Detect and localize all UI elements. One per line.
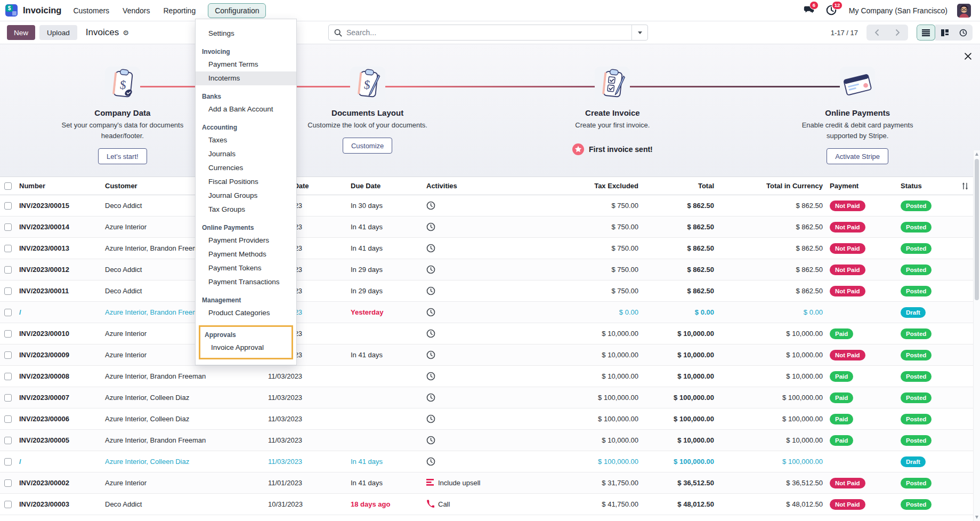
invoicing-app-icon[interactable]: $ [5, 4, 18, 17]
activity-clock-icon[interactable] [426, 457, 435, 466]
menu-item-journal-groups[interactable]: Journal Groups [196, 189, 296, 203]
kanban-view-button[interactable] [935, 25, 954, 41]
column-header-number[interactable]: Number [16, 182, 101, 190]
invoice-row-draft-12[interactable]: /Azure Interior, Colleen Diaz11/03/2023I… [0, 451, 980, 472]
activity-view-button[interactable] [954, 25, 973, 41]
nav-item-reporting[interactable]: Reporting [162, 4, 197, 18]
nav-item-customers[interactable]: Customers [72, 4, 110, 18]
nav-item-vendors[interactable]: Vendors [122, 4, 151, 18]
row-checkbox[interactable] [4, 373, 12, 380]
activity-clock-icon[interactable] [426, 201, 435, 210]
activity-upsell-icon[interactable] [426, 479, 434, 487]
documents-layout-button[interactable]: Customize [343, 138, 392, 154]
menu-item-settings[interactable]: Settings [196, 27, 296, 41]
activity-clock-icon[interactable] [426, 308, 435, 317]
invoice-row-inv-2023-00014[interactable]: INV/2023/00014Azure Interior11/03/2023In… [0, 217, 980, 238]
row-checkbox[interactable] [4, 479, 12, 487]
row-checkbox[interactable] [4, 415, 12, 423]
menu-item-journals[interactable]: Journals [196, 147, 296, 161]
invoice-row-inv-2023-00009[interactable]: INV/2023/00009Azure Interior11/03/2023In… [0, 344, 980, 366]
activity-clock-icon[interactable] [426, 265, 435, 274]
invoice-row-inv-2023-00011[interactable]: INV/2023/00011Deco Addict11/03/2023In 29… [0, 280, 980, 302]
list-view-button[interactable] [917, 25, 935, 41]
scroll-down-arrow[interactable] [975, 516, 978, 519]
column-header-total[interactable]: Total [642, 182, 717, 190]
company-switcher[interactable]: My Company (San Francisco) [849, 6, 947, 15]
column-header-tax-excluded[interactable]: Tax Excluded [538, 182, 642, 190]
row-checkbox[interactable] [4, 223, 12, 231]
company-data-button[interactable]: Let's start! [98, 148, 147, 164]
row-checkbox[interactable] [4, 287, 12, 295]
online-payments-button[interactable]: Activate Stripe [827, 148, 888, 164]
activities-button[interactable]: 12 [825, 4, 838, 17]
menu-item-tax-groups[interactable]: Tax Groups [196, 203, 296, 217]
menu-item-product-categories[interactable]: Product Categories [196, 306, 296, 320]
action-gear-icon[interactable]: ⚙ [123, 29, 129, 37]
invoice-row-inv-2023-00005[interactable]: INV/2023/00005Azure Interior, Brandon Fr… [0, 430, 980, 451]
invoice-row-draft-5[interactable]: /Azure Interior, Brandon Freeman11/03/20… [0, 302, 980, 323]
activity-clock-icon[interactable] [426, 286, 435, 295]
row-checkbox[interactable] [4, 330, 12, 338]
activity-clock-icon[interactable] [426, 414, 435, 423]
row-checkbox[interactable] [4, 437, 12, 444]
menu-item-payment-providers[interactable]: Payment Providers [196, 234, 296, 247]
menu-item-currencies[interactable]: Currencies [196, 161, 296, 175]
invoice-row-inv-2023-00008[interactable]: INV/2023/00008Azure Interior, Brandon Fr… [0, 366, 980, 387]
row-checkbox[interactable] [4, 501, 12, 508]
scrollbar-thumb[interactable] [975, 159, 979, 300]
activity-call-icon[interactable] [426, 500, 434, 509]
messages-button[interactable]: 6 [803, 4, 816, 17]
menu-item-payment-methods[interactable]: Payment Methods [196, 247, 296, 261]
scroll-up-arrow[interactable] [975, 153, 978, 156]
menu-item-payment-tokens[interactable]: Payment Tokens [196, 261, 296, 275]
activity-clock-icon[interactable] [426, 436, 435, 445]
optional-columns-button[interactable] [957, 182, 974, 190]
invoice-row-inv-2023-00013[interactable]: INV/2023/00013Azure Interior, Brandon Fr… [0, 238, 980, 259]
user-avatar[interactable] [957, 4, 971, 18]
column-header-status[interactable]: Status [898, 182, 957, 190]
activity-clock-icon[interactable] [426, 350, 435, 359]
row-checkbox[interactable] [4, 266, 12, 274]
upload-button[interactable]: Upload [39, 25, 77, 40]
menu-item-taxes[interactable]: Taxes [196, 133, 296, 147]
column-header-due-date[interactable]: Due Date [320, 182, 400, 190]
row-checkbox[interactable] [4, 202, 12, 210]
search-bar[interactable] [328, 25, 648, 41]
select-all-checkbox[interactable] [4, 182, 12, 190]
vertical-scrollbar[interactable] [973, 150, 980, 521]
menu-item-invoice-approval[interactable]: Invoice Approval [200, 341, 291, 355]
banner-close-button[interactable] [962, 51, 973, 61]
column-header-payment[interactable]: Payment [826, 182, 898, 190]
activity-clock-icon[interactable] [426, 222, 435, 231]
activity-clock-icon[interactable] [426, 393, 435, 402]
row-checkbox[interactable] [4, 245, 12, 252]
menu-item-payment-transactions[interactable]: Payment Transactions [196, 275, 296, 289]
search-input[interactable] [346, 28, 631, 37]
column-header-total-in-currency[interactable]: Total in Currency [717, 182, 826, 190]
menu-item-add-a-bank-account[interactable]: Add a Bank Account [196, 102, 296, 116]
pager-previous-button[interactable] [866, 25, 887, 41]
app-name[interactable]: Invoicing [23, 5, 61, 15]
activity-clock-icon[interactable] [426, 372, 435, 381]
menu-item-fiscal-positions[interactable]: Fiscal Positions [196, 175, 296, 189]
invoice-row-inv-2023-00006[interactable]: INV/2023/00006Azure Interior, Colleen Di… [0, 408, 980, 430]
pager-next-button[interactable] [887, 25, 908, 41]
menu-item-incoterms[interactable]: Incoterms [196, 71, 296, 85]
row-checkbox[interactable] [4, 458, 12, 466]
nav-item-configuration[interactable]: Configuration [208, 3, 266, 18]
search-dropdown-toggle[interactable] [631, 25, 647, 40]
row-checkbox[interactable] [4, 309, 12, 316]
invoice-row-inv-2023-00003[interactable]: INV/2023/00003Deco Addict10/31/202318 da… [0, 494, 980, 515]
column-header-activities[interactable]: Activities [400, 182, 538, 190]
activity-clock-icon[interactable] [426, 244, 435, 253]
row-checkbox[interactable] [4, 394, 12, 402]
activity-clock-icon[interactable] [426, 329, 435, 338]
menu-item-payment-terms[interactable]: Payment Terms [196, 58, 296, 71]
invoice-row-inv-2023-00007[interactable]: INV/2023/00007Azure Interior, Colleen Di… [0, 387, 980, 408]
invoice-row-inv-2023-00002[interactable]: INV/2023/00002Azure Interior11/01/2023In… [0, 472, 980, 494]
invoice-row-inv-2023-00015[interactable]: INV/2023/00015Deco Addict11/03/2023In 30… [0, 195, 980, 217]
invoice-row-inv-2023-00012[interactable]: INV/2023/00012Deco Addict11/03/2023In 29… [0, 259, 980, 280]
invoice-row-inv-2023-00010[interactable]: INV/2023/00010Azure Interior11/03/2023$ … [0, 323, 980, 344]
row-checkbox[interactable] [4, 351, 12, 359]
new-button[interactable]: New [7, 25, 35, 40]
